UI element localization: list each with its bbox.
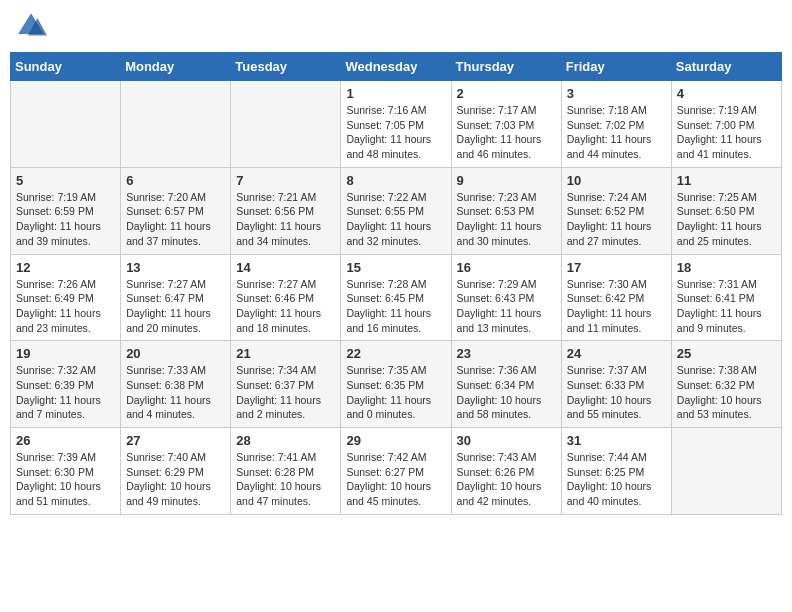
day-number: 14 bbox=[236, 260, 335, 275]
day-number: 8 bbox=[346, 173, 445, 188]
calendar-cell: 26Sunrise: 7:39 AM Sunset: 6:30 PM Dayli… bbox=[11, 428, 121, 515]
calendar-cell: 27Sunrise: 7:40 AM Sunset: 6:29 PM Dayli… bbox=[121, 428, 231, 515]
calendar-cell: 23Sunrise: 7:36 AM Sunset: 6:34 PM Dayli… bbox=[451, 341, 561, 428]
day-info: Sunrise: 7:29 AM Sunset: 6:43 PM Dayligh… bbox=[457, 277, 556, 336]
day-info: Sunrise: 7:16 AM Sunset: 7:05 PM Dayligh… bbox=[346, 103, 445, 162]
day-info: Sunrise: 7:23 AM Sunset: 6:53 PM Dayligh… bbox=[457, 190, 556, 249]
day-info: Sunrise: 7:41 AM Sunset: 6:28 PM Dayligh… bbox=[236, 450, 335, 509]
day-info: Sunrise: 7:21 AM Sunset: 6:56 PM Dayligh… bbox=[236, 190, 335, 249]
calendar-week-row: 19Sunrise: 7:32 AM Sunset: 6:39 PM Dayli… bbox=[11, 341, 782, 428]
calendar-cell: 22Sunrise: 7:35 AM Sunset: 6:35 PM Dayli… bbox=[341, 341, 451, 428]
calendar-cell bbox=[231, 81, 341, 168]
day-info: Sunrise: 7:36 AM Sunset: 6:34 PM Dayligh… bbox=[457, 363, 556, 422]
calendar-cell bbox=[671, 428, 781, 515]
day-number: 28 bbox=[236, 433, 335, 448]
calendar-cell: 11Sunrise: 7:25 AM Sunset: 6:50 PM Dayli… bbox=[671, 167, 781, 254]
logo bbox=[15, 10, 51, 42]
weekday-header-sunday: Sunday bbox=[11, 53, 121, 81]
calendar-week-row: 5Sunrise: 7:19 AM Sunset: 6:59 PM Daylig… bbox=[11, 167, 782, 254]
day-info: Sunrise: 7:34 AM Sunset: 6:37 PM Dayligh… bbox=[236, 363, 335, 422]
day-number: 24 bbox=[567, 346, 666, 361]
calendar-cell: 24Sunrise: 7:37 AM Sunset: 6:33 PM Dayli… bbox=[561, 341, 671, 428]
day-info: Sunrise: 7:22 AM Sunset: 6:55 PM Dayligh… bbox=[346, 190, 445, 249]
day-number: 3 bbox=[567, 86, 666, 101]
calendar-cell: 7Sunrise: 7:21 AM Sunset: 6:56 PM Daylig… bbox=[231, 167, 341, 254]
day-info: Sunrise: 7:18 AM Sunset: 7:02 PM Dayligh… bbox=[567, 103, 666, 162]
calendar-cell: 30Sunrise: 7:43 AM Sunset: 6:26 PM Dayli… bbox=[451, 428, 561, 515]
calendar-cell: 13Sunrise: 7:27 AM Sunset: 6:47 PM Dayli… bbox=[121, 254, 231, 341]
calendar-cell: 8Sunrise: 7:22 AM Sunset: 6:55 PM Daylig… bbox=[341, 167, 451, 254]
calendar-cell: 20Sunrise: 7:33 AM Sunset: 6:38 PM Dayli… bbox=[121, 341, 231, 428]
day-info: Sunrise: 7:35 AM Sunset: 6:35 PM Dayligh… bbox=[346, 363, 445, 422]
day-info: Sunrise: 7:42 AM Sunset: 6:27 PM Dayligh… bbox=[346, 450, 445, 509]
day-number: 23 bbox=[457, 346, 556, 361]
weekday-header-friday: Friday bbox=[561, 53, 671, 81]
day-number: 26 bbox=[16, 433, 115, 448]
day-number: 15 bbox=[346, 260, 445, 275]
weekday-header-tuesday: Tuesday bbox=[231, 53, 341, 81]
calendar-cell: 10Sunrise: 7:24 AM Sunset: 6:52 PM Dayli… bbox=[561, 167, 671, 254]
day-info: Sunrise: 7:27 AM Sunset: 6:46 PM Dayligh… bbox=[236, 277, 335, 336]
day-info: Sunrise: 7:31 AM Sunset: 6:41 PM Dayligh… bbox=[677, 277, 776, 336]
day-number: 11 bbox=[677, 173, 776, 188]
day-number: 12 bbox=[16, 260, 115, 275]
day-number: 2 bbox=[457, 86, 556, 101]
day-number: 5 bbox=[16, 173, 115, 188]
calendar-cell: 18Sunrise: 7:31 AM Sunset: 6:41 PM Dayli… bbox=[671, 254, 781, 341]
day-info: Sunrise: 7:27 AM Sunset: 6:47 PM Dayligh… bbox=[126, 277, 225, 336]
day-number: 10 bbox=[567, 173, 666, 188]
calendar-cell: 25Sunrise: 7:38 AM Sunset: 6:32 PM Dayli… bbox=[671, 341, 781, 428]
day-number: 19 bbox=[16, 346, 115, 361]
calendar-week-row: 1Sunrise: 7:16 AM Sunset: 7:05 PM Daylig… bbox=[11, 81, 782, 168]
calendar-cell: 2Sunrise: 7:17 AM Sunset: 7:03 PM Daylig… bbox=[451, 81, 561, 168]
day-number: 7 bbox=[236, 173, 335, 188]
day-number: 27 bbox=[126, 433, 225, 448]
calendar-cell: 4Sunrise: 7:19 AM Sunset: 7:00 PM Daylig… bbox=[671, 81, 781, 168]
day-number: 21 bbox=[236, 346, 335, 361]
day-number: 29 bbox=[346, 433, 445, 448]
day-number: 20 bbox=[126, 346, 225, 361]
calendar-week-row: 12Sunrise: 7:26 AM Sunset: 6:49 PM Dayli… bbox=[11, 254, 782, 341]
day-info: Sunrise: 7:26 AM Sunset: 6:49 PM Dayligh… bbox=[16, 277, 115, 336]
day-info: Sunrise: 7:28 AM Sunset: 6:45 PM Dayligh… bbox=[346, 277, 445, 336]
calendar-week-row: 26Sunrise: 7:39 AM Sunset: 6:30 PM Dayli… bbox=[11, 428, 782, 515]
calendar-cell: 12Sunrise: 7:26 AM Sunset: 6:49 PM Dayli… bbox=[11, 254, 121, 341]
day-info: Sunrise: 7:32 AM Sunset: 6:39 PM Dayligh… bbox=[16, 363, 115, 422]
weekday-header-monday: Monday bbox=[121, 53, 231, 81]
calendar-cell: 14Sunrise: 7:27 AM Sunset: 6:46 PM Dayli… bbox=[231, 254, 341, 341]
day-number: 4 bbox=[677, 86, 776, 101]
weekday-header-thursday: Thursday bbox=[451, 53, 561, 81]
day-info: Sunrise: 7:40 AM Sunset: 6:29 PM Dayligh… bbox=[126, 450, 225, 509]
calendar-cell: 5Sunrise: 7:19 AM Sunset: 6:59 PM Daylig… bbox=[11, 167, 121, 254]
calendar-cell: 3Sunrise: 7:18 AM Sunset: 7:02 PM Daylig… bbox=[561, 81, 671, 168]
calendar-cell bbox=[121, 81, 231, 168]
day-number: 30 bbox=[457, 433, 556, 448]
logo-icon bbox=[15, 10, 47, 42]
calendar-cell: 16Sunrise: 7:29 AM Sunset: 6:43 PM Dayli… bbox=[451, 254, 561, 341]
weekday-header-saturday: Saturday bbox=[671, 53, 781, 81]
calendar-cell: 28Sunrise: 7:41 AM Sunset: 6:28 PM Dayli… bbox=[231, 428, 341, 515]
calendar-cell: 21Sunrise: 7:34 AM Sunset: 6:37 PM Dayli… bbox=[231, 341, 341, 428]
weekday-header-row: SundayMondayTuesdayWednesdayThursdayFrid… bbox=[11, 53, 782, 81]
day-number: 17 bbox=[567, 260, 666, 275]
day-number: 9 bbox=[457, 173, 556, 188]
calendar-cell: 15Sunrise: 7:28 AM Sunset: 6:45 PM Dayli… bbox=[341, 254, 451, 341]
day-info: Sunrise: 7:43 AM Sunset: 6:26 PM Dayligh… bbox=[457, 450, 556, 509]
day-info: Sunrise: 7:24 AM Sunset: 6:52 PM Dayligh… bbox=[567, 190, 666, 249]
day-number: 31 bbox=[567, 433, 666, 448]
calendar-cell: 6Sunrise: 7:20 AM Sunset: 6:57 PM Daylig… bbox=[121, 167, 231, 254]
day-number: 6 bbox=[126, 173, 225, 188]
day-info: Sunrise: 7:25 AM Sunset: 6:50 PM Dayligh… bbox=[677, 190, 776, 249]
calendar-cell: 17Sunrise: 7:30 AM Sunset: 6:42 PM Dayli… bbox=[561, 254, 671, 341]
day-info: Sunrise: 7:44 AM Sunset: 6:25 PM Dayligh… bbox=[567, 450, 666, 509]
calendar-cell: 29Sunrise: 7:42 AM Sunset: 6:27 PM Dayli… bbox=[341, 428, 451, 515]
day-info: Sunrise: 7:33 AM Sunset: 6:38 PM Dayligh… bbox=[126, 363, 225, 422]
day-info: Sunrise: 7:37 AM Sunset: 6:33 PM Dayligh… bbox=[567, 363, 666, 422]
day-number: 25 bbox=[677, 346, 776, 361]
day-info: Sunrise: 7:19 AM Sunset: 7:00 PM Dayligh… bbox=[677, 103, 776, 162]
day-info: Sunrise: 7:38 AM Sunset: 6:32 PM Dayligh… bbox=[677, 363, 776, 422]
calendar-cell bbox=[11, 81, 121, 168]
day-info: Sunrise: 7:39 AM Sunset: 6:30 PM Dayligh… bbox=[16, 450, 115, 509]
day-number: 22 bbox=[346, 346, 445, 361]
day-info: Sunrise: 7:19 AM Sunset: 6:59 PM Dayligh… bbox=[16, 190, 115, 249]
